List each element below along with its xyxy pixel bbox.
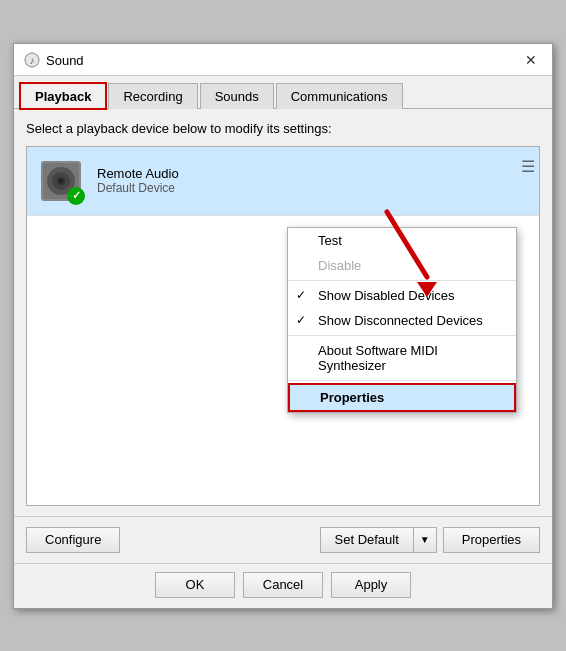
ok-button[interactable]: OK (155, 572, 235, 598)
svg-point-7 (59, 179, 63, 183)
check-mark-disabled: ✓ (296, 288, 306, 302)
sound-icon: ♪ (24, 52, 40, 68)
dialog-title: Sound (46, 53, 84, 68)
dialog-footer: Configure Set Default ▼ Properties (14, 516, 552, 563)
tab-communications[interactable]: Communications (276, 83, 403, 109)
cancel-button[interactable]: Cancel (243, 572, 323, 598)
ctx-show-disabled[interactable]: ✓ Show Disabled Devices (288, 283, 516, 308)
device-list[interactable]: ✓ Remote Audio Default Device ☰ Test Dis… (26, 146, 540, 506)
device-item-remote-audio[interactable]: ✓ Remote Audio Default Device ☰ (27, 147, 539, 216)
dialog-body: Select a playback device below to modify… (14, 109, 552, 516)
tab-playback[interactable]: Playback (20, 83, 106, 109)
ctx-show-disconnected[interactable]: ✓ Show Disconnected Devices (288, 308, 516, 333)
title-bar-left: ♪ Sound (24, 52, 84, 68)
set-default-dropdown[interactable]: ▼ (413, 527, 437, 553)
device-icon-wrap: ✓ (37, 157, 85, 205)
footer-right: Set Default ▼ Properties (320, 527, 540, 553)
apply-button[interactable]: Apply (331, 572, 411, 598)
tab-sounds[interactable]: Sounds (200, 83, 274, 109)
ctx-properties[interactable]: Properties (288, 383, 516, 412)
default-check-icon: ✓ (67, 187, 85, 205)
ctx-divider-2 (288, 335, 516, 336)
ctx-divider-3 (288, 380, 516, 381)
context-menu: Test Disable ✓ Show Disabled Devices ✓ S… (287, 227, 517, 413)
device-info: Remote Audio Default Device (97, 166, 529, 195)
configure-button[interactable]: Configure (26, 527, 120, 553)
check-mark-disconnected: ✓ (296, 313, 306, 327)
tabs-bar: Playback Recording Sounds Communications (14, 76, 552, 109)
device-status: Default Device (97, 181, 529, 195)
svg-text:♪: ♪ (30, 55, 35, 66)
ctx-test[interactable]: Test (288, 228, 516, 253)
device-name: Remote Audio (97, 166, 529, 181)
ctx-divider-1 (288, 280, 516, 281)
tab-recording[interactable]: Recording (108, 83, 197, 109)
footer-left: Configure (26, 527, 120, 553)
sound-dialog: ♪ Sound ✕ Playback Recording Sounds Comm… (13, 43, 553, 609)
bottom-buttons: OK Cancel Apply (14, 563, 552, 608)
close-button[interactable]: ✕ (520, 49, 542, 71)
set-default-button[interactable]: Set Default (320, 527, 413, 553)
ctx-disable: Disable (288, 253, 516, 278)
instruction-text: Select a playback device below to modify… (26, 121, 540, 136)
ctx-about-midi[interactable]: About Software MIDI Synthesizer (288, 338, 516, 378)
set-default-split: Set Default ▼ (320, 527, 437, 553)
title-bar: ♪ Sound ✕ (14, 44, 552, 76)
properties-button[interactable]: Properties (443, 527, 540, 553)
scrollbar-icon: ☰ (521, 157, 535, 176)
